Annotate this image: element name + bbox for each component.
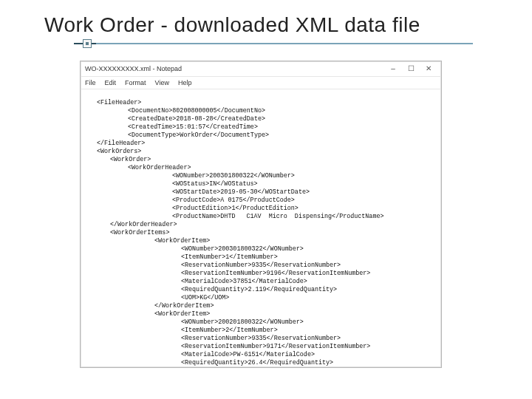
xml-line: </WorkOrderItem> <box>83 302 214 310</box>
xml-line: <FileHeader> <box>83 99 141 106</box>
notepad-title-text: WO-XXXXXXXXX.xml - Notepad <box>85 61 182 76</box>
close-button[interactable]: ✕ <box>423 61 434 76</box>
xml-line: <ReservationItemNumber>9196</Reservation… <box>83 270 370 277</box>
xml-line: <RequiredQuantity>26.4</RequiredQuantity… <box>83 359 333 366</box>
xml-line: <RequiredQuantity>2.119</RequiredQuantit… <box>83 286 337 293</box>
xml-line: <ProductCode>A 0175</ProductCode> <box>83 197 295 204</box>
notepad-window: WO-XXXXXXXXX.xml - Notepad – ☐ ✕ File Ed… <box>80 61 442 368</box>
xml-line: <CreatedDate>2018-08-28</CreatedDate> <box>83 115 265 123</box>
xml-line: <WorkOrderItem> <box>83 237 210 245</box>
menu-format[interactable]: Format <box>125 77 146 89</box>
notepad-text-area[interactable]: <FileHeader> <DocumentNo>802008000005</D… <box>81 89 441 367</box>
title-underline <box>44 41 502 46</box>
xml-line: <ProductName>DHTD C1AV Micro Dispensing<… <box>83 213 383 220</box>
xml-line: <WorkOrder> <box>83 156 151 163</box>
xml-line: <DocumentNo>802008000005</DocumentNo> <box>83 107 265 115</box>
xml-line: <DocumentType>WorkOrder</DocumentType> <box>83 132 269 139</box>
xml-line: <ItemNumber>2</ItemNumber> <box>83 327 278 334</box>
xml-line: <WONumber>200301800322</WONumber> <box>83 245 304 253</box>
xml-line: <ProductEdition>1</ProductEdition> <box>83 205 299 212</box>
menu-file[interactable]: File <box>85 77 96 89</box>
xml-line: <WorkOrderHeader> <box>83 164 191 171</box>
xml-line: <WOStatus>IN</WOStatus> <box>83 180 258 188</box>
xml-line: <ReservationNumber>9335</ReservationNumb… <box>83 262 341 269</box>
xml-line: <ReservationItemNumber>9171</Reservation… <box>83 343 370 350</box>
xml-line: <MaterialCode>PW-6151</MaterialCode> <box>83 351 315 358</box>
xml-line: <WorkOrders> <box>83 148 141 155</box>
xml-line: </FileHeader> <box>83 140 145 147</box>
xml-line: <ItemNumber>1</ItemNumber> <box>83 253 278 261</box>
xml-line: <WONumber>200301800322</WONumber> <box>83 172 295 180</box>
minimize-button[interactable]: – <box>388 61 398 76</box>
xml-line: <UOM>KG</UOM> <box>83 294 229 301</box>
xml-line: <MaterialCode>37851</MaterialCode> <box>83 278 307 285</box>
xml-line: <WONumber>200201800322</WONumber> <box>83 318 304 326</box>
page-title: Work Order - downloaded XML data file <box>44 13 502 37</box>
menu-help[interactable]: Help <box>178 77 192 89</box>
menu-edit[interactable]: Edit <box>105 77 117 89</box>
notepad-menubar: File Edit Format View Help <box>81 77 441 89</box>
notepad-titlebar: WO-XXXXXXXXX.xml - Notepad – ☐ ✕ <box>81 61 441 77</box>
xml-line: </WorkOrderHeader> <box>83 221 177 228</box>
maximize-button[interactable]: ☐ <box>406 61 416 76</box>
xml-line: <CreatedTime>15:01:57</CreatedTime> <box>83 123 258 131</box>
xml-line: <WorkOrderItems> <box>83 229 169 236</box>
xml-line: <ReservationNumber>9335</ReservationNumb… <box>83 335 341 342</box>
xml-line: <WOStartDate>2019-05-30</WOStartDate> <box>83 188 310 196</box>
menu-view[interactable]: View <box>155 77 169 89</box>
xml-line: <WorkOrderItem> <box>83 310 210 318</box>
